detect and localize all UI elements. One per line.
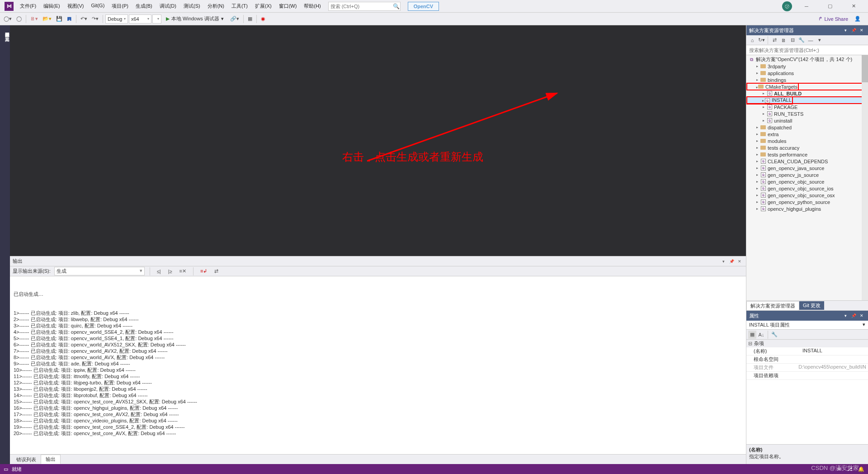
goto-prev-icon[interactable]: ≤| [155,268,163,275]
menu-item[interactable]: 生成(B) [132,1,156,11]
preview-icon[interactable]: — [807,36,815,44]
expander-icon[interactable]: ▸ [755,64,760,68]
collapse-icon[interactable]: ⊟ [788,36,797,44]
solution-root[interactable]: ⧉ 解决方案"OpenCV"(142 个项目，共 142 个) [746,56,868,63]
feedback-icon[interactable]: 👤 [853,15,863,23]
tree-node[interactable]: ▸tests performance [746,151,868,158]
menu-item[interactable]: 扩展(X) [251,1,275,11]
pin-icon[interactable]: 📌 [728,258,735,265]
tab-error-list[interactable]: 错误列表 [12,455,41,464]
property-row[interactable]: 项目依赖项 [746,372,868,380]
tree-node[interactable]: ▸dispatched [746,124,868,131]
close-button[interactable]: ✕ [844,1,863,12]
live-share-button[interactable]: ↱ Live Share [815,15,852,23]
tree-node[interactable]: ▸tests accuracy [746,144,868,151]
tab-solution-explorer[interactable]: 解决方案资源管理器 [746,301,799,310]
tree-node[interactable]: ▸⧉INSTALL [746,97,868,104]
menu-item[interactable]: 工具(T) [228,1,251,11]
menu-item[interactable]: 文件(F) [16,1,40,11]
dropdown-icon[interactable]: ▾ [842,27,849,34]
property-row[interactable]: 项目文件D:\opencv455\opencv_build\IN [746,364,868,372]
close-icon[interactable]: ✕ [858,27,865,34]
tree-node[interactable]: ▸extra [746,131,868,137]
property-value[interactable] [801,372,868,379]
open-icon[interactable]: 📂▾ [41,15,53,23]
tree-scrollbar[interactable] [862,55,868,300]
expander-icon[interactable]: ▸ [755,78,760,82]
output-body[interactable]: 已启动生成… 1>------ 已启动生成: 项目: zlib, 配置: Deb… [10,276,746,454]
tool1-icon[interactable]: ▦ [246,15,254,23]
sync-icon[interactable]: ⇄ [770,36,778,44]
pin-icon[interactable]: 📌 [850,27,857,34]
expander-icon[interactable]: ▸ [761,112,766,116]
start-debug-button[interactable]: 本地 Windows 调试器 ▾ [162,14,227,23]
toggle-icon[interactable]: ⇄ [212,267,220,275]
new-project-icon[interactable]: 🗎▾ [28,15,40,23]
tree-node[interactable]: ▸⧉gen_opencv_java_source [746,165,868,171]
expander-icon[interactable]: ▸ [755,146,760,150]
expander-icon[interactable]: ▸ [755,159,760,163]
target-combo[interactable] [152,14,161,24]
tree-node[interactable]: ▸⧉gen_opencv_js_source [746,171,868,178]
expander-icon[interactable]: ▸ [755,180,760,184]
tree-node[interactable]: ▸⧉opencv_highgui_plugins [746,205,868,212]
solution-tree[interactable]: ⧉ 解决方案"OpenCV"(142 个项目，共 142 个) ▸3rdpart… [746,55,868,300]
pin-icon[interactable]: 📌 [850,312,857,319]
left-vertical-tabs[interactable]: 服务器资源管理器 工具箱 [0,25,10,464]
tree-node[interactable]: ▸⧉gen_opencv_python_source [746,199,868,205]
expander-icon[interactable]: ▸ [755,186,760,190]
wrench-icon[interactable]: 🔧 [770,331,778,339]
expander-icon[interactable]: ▸ [755,71,760,75]
menu-item[interactable]: 项目(P) [108,1,132,11]
maximize-button[interactable]: ▢ [821,1,839,12]
attach-icon[interactable]: 🔗▾ [228,15,241,23]
dropdown-icon[interactable]: ▾ [842,312,849,319]
properties-icon[interactable]: 🔧 [797,36,806,44]
expander-icon[interactable]: ▸ [755,132,760,136]
property-value[interactable]: D:\opencv455\opencv_build\IN [797,364,868,371]
menu-item[interactable]: 分析(N) [204,1,228,11]
expander-icon[interactable]: ▸ [755,152,760,156]
nav-fwd-icon[interactable]: ◯ [14,15,24,23]
expander-icon[interactable]: ▸ [761,105,766,109]
property-row[interactable]: (名称)INSTALL [746,347,868,356]
menu-item[interactable]: 编辑(E) [40,1,64,11]
search-input[interactable] [330,4,393,9]
tree-node[interactable]: ▸⧉gen_opencv_objc_source_osx [746,192,868,199]
clear-icon[interactable]: ≡✕ [178,267,188,275]
dropdown-icon[interactable]: ▾ [720,258,727,265]
alphabetical-icon[interactable]: A↓ [757,331,765,339]
tree-node[interactable]: ▸⧉uninstall [746,117,868,124]
menu-item[interactable]: Git(G) [87,1,108,11]
tree-node[interactable]: ▸⧉PACKAGE [746,104,868,110]
menu-item[interactable]: 帮助(H) [300,1,324,11]
expander-icon[interactable]: ▸ [755,200,760,204]
platform-combo[interactable]: x64 [129,14,151,24]
refresh-icon[interactable]: ↻▾ [757,36,765,44]
tree-node[interactable]: ▸⧉gen_opencv_objc_source_ios [746,185,868,192]
expander-icon[interactable]: ▸ [761,91,766,95]
showall-icon[interactable]: 🗎 [779,36,788,44]
expander-icon[interactable]: ▸ [755,166,760,170]
tree-node[interactable]: ▸applications [746,70,868,76]
close-icon[interactable]: ✕ [858,312,865,319]
property-row[interactable]: 根命名空间 [746,356,868,364]
minimize-button[interactable]: ─ [797,1,816,12]
tree-node[interactable]: ▾CMakeTargets [746,83,868,90]
opencv-button[interactable]: OpenCV [408,2,439,11]
nav-back-icon[interactable]: ◯▾ [2,15,14,23]
user-avatar[interactable]: ㋡ [782,1,792,11]
undo-icon[interactable]: ↶▾ [79,15,89,23]
tree-node[interactable]: ▸⧉RUN_TESTS [746,110,868,117]
output-source-combo[interactable]: 生成 [54,267,145,275]
expander-icon[interactable]: ▸ [761,118,766,123]
properties-category[interactable]: 杂项 [746,340,868,347]
expander-icon[interactable]: ▸ [755,125,760,129]
notifications-icon[interactable]: 🔔 [858,466,864,472]
properties-grid[interactable]: 杂项 (名称)INSTALL根命名空间项目文件D:\opencv455\open… [746,340,868,444]
redo-icon[interactable]: ↷▾ [90,15,100,23]
expander-icon[interactable]: ▸ [755,173,760,177]
goto-next-icon[interactable]: |≥ [166,268,174,275]
property-value[interactable]: INSTALL [801,347,868,355]
tree-node[interactable]: ▸3rdparty [746,63,868,70]
